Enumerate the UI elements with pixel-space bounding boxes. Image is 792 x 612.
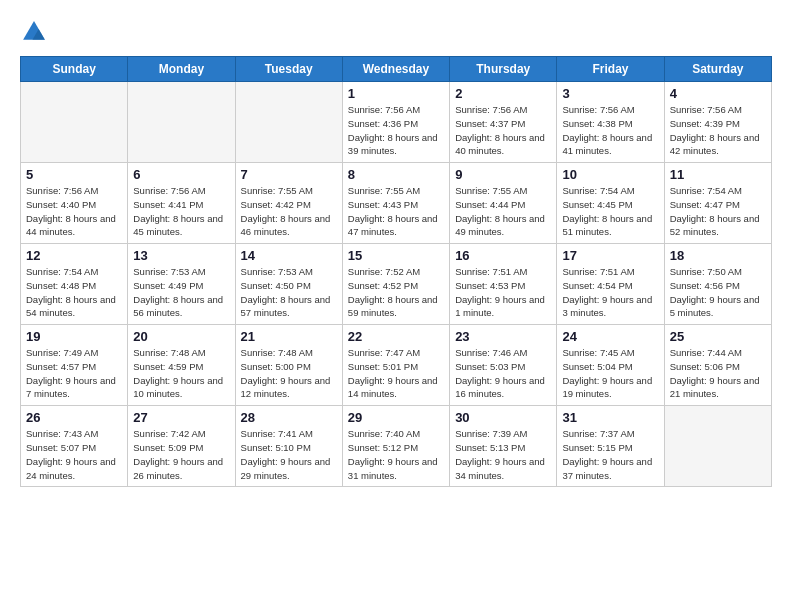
day-info: Sunrise: 7:52 AMSunset: 4:52 PMDaylight:…	[348, 265, 444, 320]
day-cell: 3Sunrise: 7:56 AMSunset: 4:38 PMDaylight…	[557, 82, 664, 163]
day-cell: 29Sunrise: 7:40 AMSunset: 5:12 PMDayligh…	[342, 406, 449, 487]
day-info: Sunrise: 7:54 AMSunset: 4:45 PMDaylight:…	[562, 184, 658, 239]
day-number: 19	[26, 329, 122, 344]
day-cell: 25Sunrise: 7:44 AMSunset: 5:06 PMDayligh…	[664, 325, 771, 406]
logo-icon	[20, 18, 48, 46]
day-cell: 15Sunrise: 7:52 AMSunset: 4:52 PMDayligh…	[342, 244, 449, 325]
day-cell: 23Sunrise: 7:46 AMSunset: 5:03 PMDayligh…	[450, 325, 557, 406]
day-number: 15	[348, 248, 444, 263]
day-cell: 9Sunrise: 7:55 AMSunset: 4:44 PMDaylight…	[450, 163, 557, 244]
header	[20, 18, 772, 46]
day-number: 21	[241, 329, 337, 344]
day-number: 10	[562, 167, 658, 182]
day-info: Sunrise: 7:45 AMSunset: 5:04 PMDaylight:…	[562, 346, 658, 401]
weekday-header-thursday: Thursday	[450, 57, 557, 82]
day-info: Sunrise: 7:48 AMSunset: 4:59 PMDaylight:…	[133, 346, 229, 401]
day-cell: 6Sunrise: 7:56 AMSunset: 4:41 PMDaylight…	[128, 163, 235, 244]
day-info: Sunrise: 7:40 AMSunset: 5:12 PMDaylight:…	[348, 427, 444, 482]
weekday-header-tuesday: Tuesday	[235, 57, 342, 82]
day-info: Sunrise: 7:53 AMSunset: 4:50 PMDaylight:…	[241, 265, 337, 320]
day-cell: 1Sunrise: 7:56 AMSunset: 4:36 PMDaylight…	[342, 82, 449, 163]
day-info: Sunrise: 7:43 AMSunset: 5:07 PMDaylight:…	[26, 427, 122, 482]
day-info: Sunrise: 7:56 AMSunset: 4:39 PMDaylight:…	[670, 103, 766, 158]
day-cell: 31Sunrise: 7:37 AMSunset: 5:15 PMDayligh…	[557, 406, 664, 487]
day-number: 23	[455, 329, 551, 344]
day-cell: 28Sunrise: 7:41 AMSunset: 5:10 PMDayligh…	[235, 406, 342, 487]
day-info: Sunrise: 7:56 AMSunset: 4:36 PMDaylight:…	[348, 103, 444, 158]
day-cell: 21Sunrise: 7:48 AMSunset: 5:00 PMDayligh…	[235, 325, 342, 406]
day-info: Sunrise: 7:39 AMSunset: 5:13 PMDaylight:…	[455, 427, 551, 482]
weekday-header-friday: Friday	[557, 57, 664, 82]
calendar-table: SundayMondayTuesdayWednesdayThursdayFrid…	[20, 56, 772, 487]
day-number: 18	[670, 248, 766, 263]
day-info: Sunrise: 7:49 AMSunset: 4:57 PMDaylight:…	[26, 346, 122, 401]
day-info: Sunrise: 7:42 AMSunset: 5:09 PMDaylight:…	[133, 427, 229, 482]
day-cell: 12Sunrise: 7:54 AMSunset: 4:48 PMDayligh…	[21, 244, 128, 325]
day-info: Sunrise: 7:48 AMSunset: 5:00 PMDaylight:…	[241, 346, 337, 401]
weekday-header-saturday: Saturday	[664, 57, 771, 82]
day-number: 12	[26, 248, 122, 263]
day-info: Sunrise: 7:51 AMSunset: 4:53 PMDaylight:…	[455, 265, 551, 320]
day-number: 24	[562, 329, 658, 344]
day-cell: 26Sunrise: 7:43 AMSunset: 5:07 PMDayligh…	[21, 406, 128, 487]
day-info: Sunrise: 7:55 AMSunset: 4:44 PMDaylight:…	[455, 184, 551, 239]
day-number: 16	[455, 248, 551, 263]
weekday-header-row: SundayMondayTuesdayWednesdayThursdayFrid…	[21, 57, 772, 82]
day-cell: 24Sunrise: 7:45 AMSunset: 5:04 PMDayligh…	[557, 325, 664, 406]
day-info: Sunrise: 7:44 AMSunset: 5:06 PMDaylight:…	[670, 346, 766, 401]
day-number: 29	[348, 410, 444, 425]
day-info: Sunrise: 7:54 AMSunset: 4:47 PMDaylight:…	[670, 184, 766, 239]
day-number: 28	[241, 410, 337, 425]
day-info: Sunrise: 7:56 AMSunset: 4:41 PMDaylight:…	[133, 184, 229, 239]
day-number: 27	[133, 410, 229, 425]
day-number: 22	[348, 329, 444, 344]
day-number: 7	[241, 167, 337, 182]
day-number: 5	[26, 167, 122, 182]
day-cell: 16Sunrise: 7:51 AMSunset: 4:53 PMDayligh…	[450, 244, 557, 325]
day-number: 3	[562, 86, 658, 101]
day-info: Sunrise: 7:47 AMSunset: 5:01 PMDaylight:…	[348, 346, 444, 401]
day-cell: 7Sunrise: 7:55 AMSunset: 4:42 PMDaylight…	[235, 163, 342, 244]
day-number: 17	[562, 248, 658, 263]
day-cell: 30Sunrise: 7:39 AMSunset: 5:13 PMDayligh…	[450, 406, 557, 487]
day-info: Sunrise: 7:51 AMSunset: 4:54 PMDaylight:…	[562, 265, 658, 320]
day-cell: 4Sunrise: 7:56 AMSunset: 4:39 PMDaylight…	[664, 82, 771, 163]
day-cell: 14Sunrise: 7:53 AMSunset: 4:50 PMDayligh…	[235, 244, 342, 325]
day-cell: 20Sunrise: 7:48 AMSunset: 4:59 PMDayligh…	[128, 325, 235, 406]
day-info: Sunrise: 7:56 AMSunset: 4:37 PMDaylight:…	[455, 103, 551, 158]
day-cell	[128, 82, 235, 163]
week-row-3: 19Sunrise: 7:49 AMSunset: 4:57 PMDayligh…	[21, 325, 772, 406]
day-info: Sunrise: 7:56 AMSunset: 4:40 PMDaylight:…	[26, 184, 122, 239]
day-number: 13	[133, 248, 229, 263]
day-info: Sunrise: 7:55 AMSunset: 4:42 PMDaylight:…	[241, 184, 337, 239]
day-number: 31	[562, 410, 658, 425]
weekday-header-sunday: Sunday	[21, 57, 128, 82]
day-cell	[21, 82, 128, 163]
week-row-2: 12Sunrise: 7:54 AMSunset: 4:48 PMDayligh…	[21, 244, 772, 325]
day-cell: 17Sunrise: 7:51 AMSunset: 4:54 PMDayligh…	[557, 244, 664, 325]
week-row-1: 5Sunrise: 7:56 AMSunset: 4:40 PMDaylight…	[21, 163, 772, 244]
day-cell: 10Sunrise: 7:54 AMSunset: 4:45 PMDayligh…	[557, 163, 664, 244]
day-number: 2	[455, 86, 551, 101]
day-number: 1	[348, 86, 444, 101]
day-number: 14	[241, 248, 337, 263]
week-row-0: 1Sunrise: 7:56 AMSunset: 4:36 PMDaylight…	[21, 82, 772, 163]
day-number: 30	[455, 410, 551, 425]
day-cell: 2Sunrise: 7:56 AMSunset: 4:37 PMDaylight…	[450, 82, 557, 163]
day-number: 8	[348, 167, 444, 182]
weekday-header-wednesday: Wednesday	[342, 57, 449, 82]
day-info: Sunrise: 7:37 AMSunset: 5:15 PMDaylight:…	[562, 427, 658, 482]
day-cell	[664, 406, 771, 487]
day-cell: 19Sunrise: 7:49 AMSunset: 4:57 PMDayligh…	[21, 325, 128, 406]
weekday-header-monday: Monday	[128, 57, 235, 82]
logo	[20, 18, 50, 46]
day-cell: 22Sunrise: 7:47 AMSunset: 5:01 PMDayligh…	[342, 325, 449, 406]
day-number: 11	[670, 167, 766, 182]
day-cell: 8Sunrise: 7:55 AMSunset: 4:43 PMDaylight…	[342, 163, 449, 244]
day-cell: 27Sunrise: 7:42 AMSunset: 5:09 PMDayligh…	[128, 406, 235, 487]
day-info: Sunrise: 7:54 AMSunset: 4:48 PMDaylight:…	[26, 265, 122, 320]
day-info: Sunrise: 7:53 AMSunset: 4:49 PMDaylight:…	[133, 265, 229, 320]
day-number: 6	[133, 167, 229, 182]
day-cell: 11Sunrise: 7:54 AMSunset: 4:47 PMDayligh…	[664, 163, 771, 244]
day-number: 4	[670, 86, 766, 101]
